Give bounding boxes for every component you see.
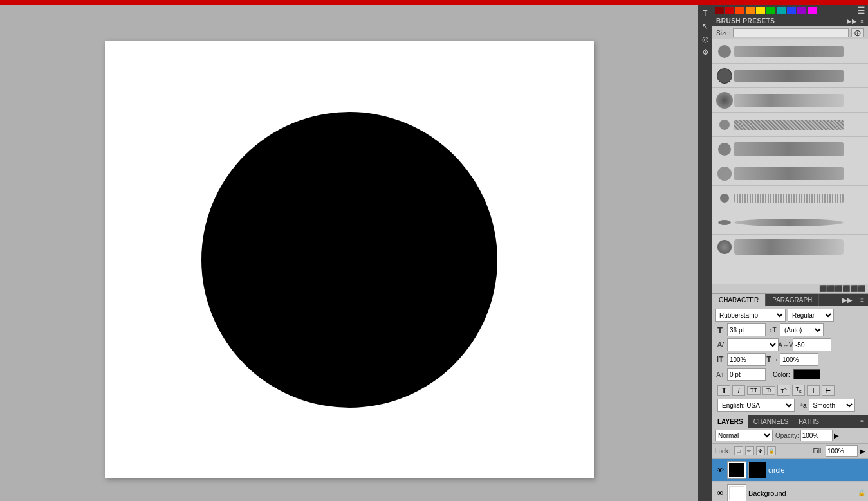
- type-btn-italic[interactable]: T: [732, 385, 745, 396]
- fill-input[interactable]: [826, 445, 858, 457]
- font-family-row: Rubberstamp Regular: [715, 309, 865, 322]
- type-btn-strikethrough[interactable]: F: [822, 385, 835, 396]
- char-lang-row: English: USA ᵃa Smooth: [715, 397, 865, 413]
- font-style-select[interactable]: Regular: [788, 309, 834, 322]
- anti-alias-select[interactable]: Smooth: [809, 399, 855, 412]
- type-btn-bold[interactable]: T: [717, 385, 730, 396]
- kerning-icon: AV: [715, 340, 725, 350]
- layers-menu-icon[interactable]: ≡: [856, 415, 868, 428]
- brush-preview-8: [715, 213, 734, 232]
- baseline-input[interactable]: [727, 368, 766, 381]
- color-swatch-teal[interactable]: [777, 7, 786, 14]
- brush-size-row: Size: ⊕: [712, 26, 868, 39]
- layer-item-background[interactable]: 👁 Background 🔒: [712, 482, 868, 501]
- brush-stroke-9: [734, 239, 844, 255]
- brush-presets-grid: [712, 39, 868, 284]
- char-panel-menu-icon[interactable]: ≡: [856, 294, 868, 306]
- lock-move-icon[interactable]: ✥: [756, 446, 765, 455]
- layer-item-circle[interactable]: 👁 circle: [712, 459, 868, 482]
- brush-scroll-icons: ⬛⬛⬛⬛⬛⬛: [819, 285, 865, 292]
- fill-label: Fill:: [813, 448, 823, 455]
- tab-paths[interactable]: PATHS: [793, 415, 824, 428]
- brush-item-9[interactable]: [712, 235, 868, 259]
- font-size-row: T ↕T (Auto): [715, 323, 865, 336]
- color-swatch-picker[interactable]: [793, 369, 820, 379]
- type-btn-underline[interactable]: T: [807, 385, 820, 396]
- char-tab-expand-icon[interactable]: ▶▶: [838, 294, 856, 306]
- vertical-scale-input[interactable]: [727, 353, 766, 366]
- panel-options-icon[interactable]: ☰: [857, 5, 865, 15]
- brush-item-8[interactable]: [712, 210, 868, 235]
- horizontal-scale-input[interactable]: [780, 353, 818, 366]
- font-family-select[interactable]: Rubberstamp: [715, 309, 786, 322]
- tab-character[interactable]: CHARACTER: [712, 294, 766, 306]
- vertical-scale-icon: IT: [715, 354, 725, 365]
- layer-name-circle: circle: [768, 466, 865, 474]
- tab-layers[interactable]: LAYERS: [712, 415, 748, 428]
- char-panel-content: Rubberstamp Regular T ↕T (Auto) AV: [712, 306, 868, 415]
- brush-presets-menu-icon[interactable]: ≡: [860, 18, 864, 24]
- type-btn-smallcaps[interactable]: Tr: [762, 386, 775, 395]
- tool-settings[interactable]: ⚙: [699, 46, 711, 58]
- color-swatch-orangered[interactable]: [735, 7, 744, 14]
- type-btn-sub[interactable]: Ts: [792, 385, 805, 396]
- brush-stroke-3: [734, 94, 844, 107]
- layers-controls: Normal Opacity: ▶: [712, 428, 868, 444]
- color-swatch-purple[interactable]: [797, 7, 806, 14]
- blend-mode-select[interactable]: Normal: [715, 430, 773, 441]
- lock-icons: □ ✏ ✥ 🔒: [734, 446, 776, 455]
- language-select[interactable]: English: USA: [717, 399, 795, 412]
- brush-item-7[interactable]: [712, 186, 868, 210]
- brush-item-4[interactable]: [712, 113, 868, 137]
- left-tools-panel: T ↖ ◎ ⚙: [698, 5, 712, 501]
- lock-transparency-icon[interactable]: □: [734, 446, 743, 455]
- type-btn-super[interactable]: Ts: [777, 385, 790, 396]
- horizontal-scale-icon: T→: [768, 354, 778, 365]
- leading-icon: ↕T: [768, 325, 778, 335]
- brush-presets-header: BRUSH PRESETS ▶▶ ≡: [712, 15, 868, 26]
- brush-item-6[interactable]: [712, 161, 868, 186]
- brush-item-2[interactable]: [712, 64, 868, 88]
- tracking-input[interactable]: [793, 338, 831, 351]
- brush-size-label: Size:: [716, 30, 730, 37]
- brush-preview-2: [715, 66, 734, 86]
- layers-lock-row: Lock: □ ✏ ✥ 🔒 Fill: ▶: [712, 444, 868, 459]
- opacity-input[interactable]: [800, 430, 833, 441]
- brush-presets-panel: BRUSH PRESETS ▶▶ ≡ Size: ⊕: [712, 15, 868, 294]
- lock-paint-icon[interactable]: ✏: [745, 446, 754, 455]
- brush-item-1[interactable]: [712, 39, 868, 64]
- layer-thumbnail-background: [727, 484, 746, 502]
- color-swatch-red[interactable]: [725, 7, 734, 14]
- kerning-select[interactable]: [727, 338, 779, 351]
- color-swatch-orange[interactable]: [746, 7, 755, 14]
- tab-paragraph[interactable]: PARAGRAPH: [766, 294, 819, 306]
- opacity-arrow-icon[interactable]: ▶: [834, 432, 839, 439]
- lock-all-icon[interactable]: 🔒: [767, 446, 776, 455]
- brush-size-input[interactable]: [733, 28, 849, 37]
- fill-arrow-icon[interactable]: ▶: [860, 448, 865, 455]
- brush-stroke-2: [734, 70, 844, 82]
- color-swatch-magenta[interactable]: [808, 7, 817, 14]
- brush-panel-bottom: ⬛⬛⬛⬛⬛⬛: [712, 284, 868, 293]
- brush-item-5[interactable]: [712, 137, 868, 161]
- color-swatch-darkred[interactable]: [715, 7, 724, 14]
- brush-new-button[interactable]: ⊕: [851, 28, 864, 37]
- brush-stroke-5: [734, 142, 844, 156]
- tool-select[interactable]: ↖: [699, 21, 711, 32]
- brush-presets-expand-icon[interactable]: ▶▶: [847, 18, 856, 24]
- tab-channels[interactable]: CHANNELS: [748, 415, 793, 428]
- color-swatch-yellow[interactable]: [756, 7, 765, 14]
- color-swatch-green[interactable]: [766, 7, 775, 14]
- leading-select[interactable]: (Auto): [780, 323, 824, 336]
- type-btn-allcaps[interactable]: TT: [747, 386, 761, 395]
- tool-circle[interactable]: ◎: [699, 33, 711, 45]
- brush-stroke-6: [734, 167, 844, 180]
- layer-visibility-background[interactable]: 👁: [715, 488, 725, 498]
- brush-item-3[interactable]: [712, 88, 868, 113]
- layer-visibility-circle[interactable]: 👁: [715, 465, 725, 475]
- canvas-area: [0, 5, 698, 501]
- layer-thumbnail-circle: [727, 461, 746, 479]
- color-swatch-blue[interactable]: [787, 7, 796, 14]
- font-size-input[interactable]: [727, 323, 766, 336]
- tool-text[interactable]: T: [699, 8, 711, 19]
